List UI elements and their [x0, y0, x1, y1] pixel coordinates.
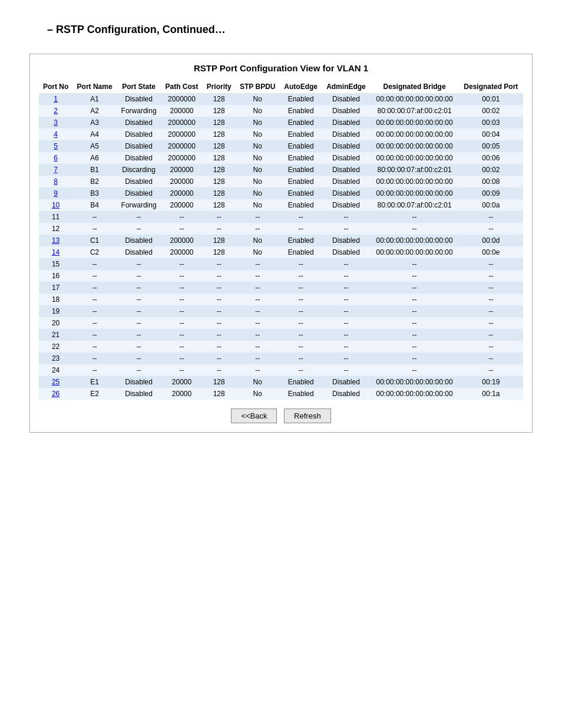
cell-admin-edge: -- — [322, 364, 370, 376]
table-row: 12------------------ — [39, 223, 523, 235]
cell-auto-edge: Enabled — [280, 199, 322, 211]
cell-stp-bpdu: -- — [236, 282, 280, 294]
cell-admin-edge: Disabled — [322, 129, 370, 140]
cell-port-no: 24 — [39, 364, 72, 376]
cell-designated-bridge: 00:00:00:00:00:00:00:00 — [371, 246, 459, 258]
port-link[interactable]: 5 — [54, 142, 58, 150]
cell-port-name: -- — [72, 329, 117, 341]
port-link[interactable]: 9 — [54, 189, 58, 197]
cell-port-no[interactable]: 14 — [39, 246, 72, 258]
refresh-button[interactable]: Refresh — [284, 409, 331, 423]
cell-designated-port: 00:02 — [459, 164, 523, 176]
cell-port-no[interactable]: 1 — [39, 93, 72, 105]
cell-designated-bridge: 00:00:00:00:00:00:00:00 — [371, 176, 459, 187]
cell-port-no[interactable]: 8 — [39, 176, 72, 187]
cell-auto-edge: -- — [280, 270, 322, 282]
col-priority: Priority — [203, 80, 236, 93]
cell-designated-port: 00:02 — [459, 105, 523, 117]
cell-designated-bridge: -- — [371, 329, 459, 341]
cell-designated-bridge: 00:00:00:00:00:00:00:00 — [371, 129, 459, 140]
cell-admin-edge: -- — [322, 258, 370, 270]
cell-priority: 128 — [203, 152, 236, 164]
table-row: 10B4Forwarding200000128NoEnabledDisabled… — [39, 199, 523, 211]
col-designated-port: Designated Port — [459, 80, 523, 93]
cell-designated-port: -- — [459, 341, 523, 353]
cell-designated-port: 00:1a — [459, 388, 523, 400]
cell-designated-bridge: -- — [371, 223, 459, 235]
cell-priority: -- — [203, 211, 236, 223]
cell-admin-edge: Disabled — [322, 187, 370, 199]
col-port-name: Port Name — [72, 80, 117, 93]
cell-priority: 128 — [203, 199, 236, 211]
cell-designated-bridge: 00:00:00:00:00:00:00:00 — [371, 235, 459, 246]
cell-designated-bridge: 00:00:00:00:00:00:00:00 — [371, 140, 459, 152]
cell-designated-bridge: -- — [371, 341, 459, 353]
port-link[interactable]: 13 — [52, 236, 59, 245]
cell-port-no: 15 — [39, 258, 72, 270]
cell-port-name: A4 — [72, 129, 117, 140]
cell-designated-bridge: -- — [371, 282, 459, 294]
col-stp-bpdu: STP BPDU — [236, 80, 280, 93]
cell-designated-port: -- — [459, 364, 523, 376]
port-link[interactable]: 26 — [52, 390, 59, 398]
port-link[interactable]: 25 — [52, 378, 59, 386]
cell-admin-edge: -- — [322, 353, 370, 364]
cell-designated-port: -- — [459, 282, 523, 294]
cell-port-no[interactable]: 13 — [39, 235, 72, 246]
cell-port-no[interactable]: 10 — [39, 199, 72, 211]
port-link[interactable]: 3 — [54, 118, 58, 127]
back-button[interactable]: <<Back — [231, 409, 277, 423]
cell-auto-edge: Enabled — [280, 376, 322, 388]
cell-path-cost: 200000 — [161, 164, 203, 176]
cell-auto-edge: Enabled — [280, 140, 322, 152]
cell-port-state: Disabled — [117, 129, 161, 140]
port-link[interactable]: 14 — [52, 248, 59, 256]
cell-port-no[interactable]: 5 — [39, 140, 72, 152]
cell-path-cost: -- — [161, 282, 203, 294]
cell-stp-bpdu: No — [236, 152, 280, 164]
table-row: 14C2Disabled200000128NoEnabledDisabled00… — [39, 246, 523, 258]
cell-port-no[interactable]: 6 — [39, 152, 72, 164]
port-link[interactable]: 1 — [54, 95, 58, 103]
cell-port-no[interactable]: 26 — [39, 388, 72, 400]
cell-port-no[interactable]: 25 — [39, 376, 72, 388]
cell-auto-edge: -- — [280, 329, 322, 341]
cell-port-state: -- — [117, 364, 161, 376]
cell-auto-edge: Enabled — [280, 187, 322, 199]
cell-path-cost: 2000000 — [161, 140, 203, 152]
cell-auto-edge: Enabled — [280, 176, 322, 187]
cell-admin-edge: -- — [322, 341, 370, 353]
cell-designated-port: 00:06 — [459, 152, 523, 164]
cell-port-no[interactable]: 2 — [39, 105, 72, 117]
cell-admin-edge: -- — [322, 305, 370, 317]
cell-port-no[interactable]: 4 — [39, 129, 72, 140]
cell-port-name: -- — [72, 294, 117, 305]
cell-designated-bridge: -- — [371, 258, 459, 270]
cell-stp-bpdu: -- — [236, 211, 280, 223]
cell-port-no[interactable]: 9 — [39, 187, 72, 199]
table-row: 4A4Disabled2000000128NoEnabledDisabled00… — [39, 129, 523, 140]
port-link[interactable]: 8 — [54, 177, 58, 186]
cell-admin-edge: Disabled — [322, 246, 370, 258]
table-row: 23------------------ — [39, 353, 523, 364]
port-link[interactable]: 7 — [54, 166, 58, 174]
cell-port-no[interactable]: 3 — [39, 117, 72, 129]
table-row: 6A6Disabled2000000128NoEnabledDisabled00… — [39, 152, 523, 164]
cell-designated-bridge: -- — [371, 270, 459, 282]
cell-port-no[interactable]: 7 — [39, 164, 72, 176]
cell-designated-port: 00:03 — [459, 117, 523, 129]
cell-designated-port: -- — [459, 317, 523, 329]
cell-admin-edge: -- — [322, 329, 370, 341]
cell-port-name: C2 — [72, 246, 117, 258]
cell-port-no: 12 — [39, 223, 72, 235]
cell-stp-bpdu: No — [236, 164, 280, 176]
port-link[interactable]: 2 — [54, 107, 58, 115]
cell-priority: -- — [203, 364, 236, 376]
cell-stp-bpdu: -- — [236, 270, 280, 282]
cell-path-cost: 200000 — [161, 176, 203, 187]
port-link[interactable]: 10 — [52, 201, 59, 209]
port-link[interactable]: 4 — [54, 130, 58, 139]
table-header-row: Port No Port Name Port State Path Cost P… — [39, 80, 523, 93]
table-row: 20------------------ — [39, 317, 523, 329]
port-link[interactable]: 6 — [54, 154, 58, 162]
